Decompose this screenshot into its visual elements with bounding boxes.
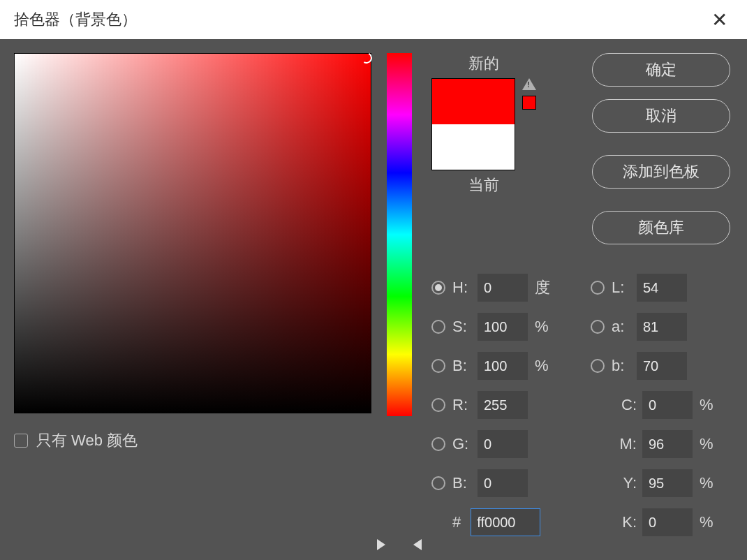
g-label: G: xyxy=(452,435,478,453)
current-label: 当前 xyxy=(468,175,499,196)
a-input[interactable] xyxy=(637,313,687,341)
hue-strip[interactable] xyxy=(387,53,412,416)
c-label: C: xyxy=(612,396,637,414)
y-row: Y: % xyxy=(591,468,744,499)
hex-prefix: # xyxy=(452,513,461,531)
bhsb-label: B: xyxy=(452,357,478,375)
hue-arrow-left-icon xyxy=(377,539,385,550)
g-radio[interactable] xyxy=(431,437,445,451)
left-panel: 只有 Web 颜色 xyxy=(14,53,371,546)
k-row: K: % xyxy=(591,507,744,538)
new-color-swatch[interactable] xyxy=(432,79,515,124)
window-title: 拾色器（背景色） xyxy=(14,9,137,30)
web-only-label: 只有 Web 颜色 xyxy=(36,430,138,451)
current-color-swatch[interactable] xyxy=(432,124,515,170)
r-row: R: xyxy=(431,390,585,420)
l-row: L: xyxy=(591,272,744,303)
close-icon[interactable]: ✕ xyxy=(706,6,733,34)
color-field-cursor-icon xyxy=(360,51,374,65)
blab-input[interactable] xyxy=(637,352,687,380)
k-unit: % xyxy=(700,513,716,531)
blab-row: b: xyxy=(591,351,744,381)
brgb-label: B: xyxy=(452,474,478,492)
k-input[interactable] xyxy=(642,508,693,536)
m-input[interactable] xyxy=(642,430,693,458)
s-input[interactable] xyxy=(478,313,528,341)
buttons: 确定 取消 添加到色板 颜色库 xyxy=(592,53,730,244)
h-unit: 度 xyxy=(535,277,552,298)
bhsb-radio[interactable] xyxy=(431,359,445,373)
brgb-row: B: xyxy=(431,468,585,499)
s-unit: % xyxy=(535,318,552,336)
titlebar: 拾色器（背景色） ✕ xyxy=(0,0,747,39)
s-row: S: % xyxy=(431,311,585,342)
values-grid: H: 度 L: S: % a: B: % xyxy=(431,272,733,538)
r-label: R: xyxy=(452,396,478,414)
c-unit: % xyxy=(700,396,716,414)
color-field[interactable] xyxy=(14,53,371,413)
l-radio[interactable] xyxy=(591,281,605,295)
m-row: M: % xyxy=(591,429,744,459)
y-input[interactable] xyxy=(642,469,693,497)
g-row: G: xyxy=(431,429,585,459)
blab-label: b: xyxy=(612,357,637,375)
l-label: L: xyxy=(612,279,637,297)
a-row: a: xyxy=(591,311,744,342)
add-swatches-button[interactable]: 添加到色板 xyxy=(592,155,730,189)
hex-row: # xyxy=(431,507,585,538)
s-radio[interactable] xyxy=(431,320,445,334)
bhsb-row: B: % xyxy=(431,351,585,381)
blab-radio[interactable] xyxy=(591,359,605,373)
h-input[interactable] xyxy=(478,274,528,302)
web-only-checkbox[interactable] xyxy=(14,434,28,448)
bhsb-unit: % xyxy=(535,357,552,375)
g-input[interactable] xyxy=(478,430,528,458)
c-row: C: % xyxy=(591,390,744,420)
color-libraries-button[interactable]: 颜色库 xyxy=(592,211,730,244)
brgb-input[interactable] xyxy=(478,469,528,497)
a-radio[interactable] xyxy=(591,320,605,334)
r-input[interactable] xyxy=(478,391,528,419)
gamut-swatch[interactable] xyxy=(522,96,536,110)
y-unit: % xyxy=(700,474,716,492)
preview-box xyxy=(431,78,515,170)
bhsb-input[interactable] xyxy=(478,352,528,380)
cancel-button[interactable]: 取消 xyxy=(592,99,730,133)
h-radio[interactable] xyxy=(431,281,445,295)
a-label: a: xyxy=(612,318,637,336)
h-row: H: 度 xyxy=(431,272,585,303)
s-label: S: xyxy=(452,318,478,336)
l-input[interactable] xyxy=(637,274,687,302)
new-label: 新的 xyxy=(468,53,499,74)
gamut-warning-icon[interactable] xyxy=(522,78,536,90)
hue-slider[interactable] xyxy=(387,53,412,546)
c-input[interactable] xyxy=(642,391,693,419)
r-radio[interactable] xyxy=(431,398,445,412)
h-label: H: xyxy=(452,279,478,297)
ok-button[interactable]: 确定 xyxy=(592,53,730,87)
y-label: Y: xyxy=(612,474,637,492)
m-label: M: xyxy=(612,435,637,453)
content: 只有 Web 颜色 新的 当前 确定 取消 添加到色板 颜色库 xyxy=(0,39,747,560)
web-only-row: 只有 Web 颜色 xyxy=(14,430,371,451)
brgb-radio[interactable] xyxy=(431,476,445,490)
hue-arrow-right-icon xyxy=(413,539,422,550)
hex-input[interactable] xyxy=(471,508,540,536)
m-unit: % xyxy=(700,435,716,453)
k-label: K: xyxy=(612,513,637,531)
